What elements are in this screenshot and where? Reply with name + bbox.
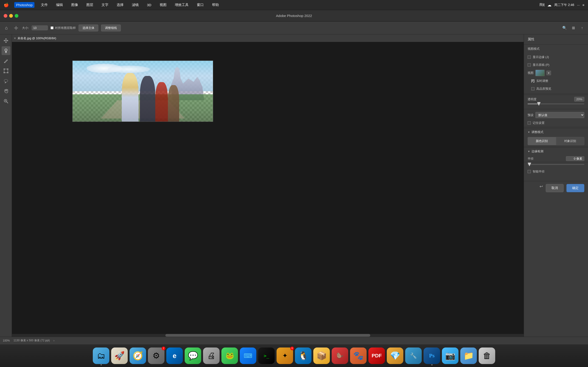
adjust-mode-title: 调整模式: [531, 130, 544, 134]
menu-help[interactable]: 帮助: [210, 2, 221, 8]
object-recog-button[interactable]: 对象识别: [556, 137, 585, 145]
canvas-content[interactable]: [12, 42, 524, 344]
close-button[interactable]: [4, 14, 7, 18]
scrollbar-horizontal[interactable]: [12, 334, 524, 337]
dock-sketch[interactable]: 💎: [387, 348, 403, 364]
info-arrow[interactable]: ›: [53, 339, 54, 342]
dock-paw[interactable]: 🐾: [350, 348, 367, 364]
menu-photoshop[interactable]: Photoshop: [14, 2, 35, 8]
cancel-button[interactable]: 取消: [546, 184, 564, 192]
home-icon[interactable]: ⌂: [3, 24, 10, 32]
dock-terminal[interactable]: >_: [258, 348, 275, 364]
hand-tool-sidebar[interactable]: [2, 87, 10, 95]
remember-checkbox[interactable]: [527, 121, 531, 125]
opacity-slider[interactable]: [527, 102, 584, 106]
dock-edge[interactable]: e: [166, 348, 183, 364]
menu-select[interactable]: 选择: [115, 2, 125, 8]
realtime-checkbox[interactable]: ✓: [531, 79, 535, 83]
dock-system-prefs[interactable]: ⚙ 2: [148, 348, 164, 364]
view-label: 视图: [527, 71, 534, 75]
dots-icon[interactable]: ···: [577, 3, 580, 7]
svg-point-1: [16, 28, 16, 28]
title-bar: Adobe Photoshop 2022: [0, 10, 588, 22]
dock-dbeaver[interactable]: 🦫: [332, 348, 348, 364]
radius-row: 半径: [524, 155, 588, 162]
radius-slider-section: [524, 162, 588, 169]
dock-wechat[interactable]: 🐸: [221, 348, 238, 364]
brush-tool-sidebar[interactable]: [2, 46, 10, 55]
view-thumbnail[interactable]: [536, 70, 545, 76]
dock-vscode[interactable]: ⌨: [240, 348, 256, 364]
show-edge-row: 显示边缘 (J): [524, 53, 588, 61]
opacity-value[interactable]: 20%: [574, 97, 584, 102]
remember-label: 记住设置: [533, 121, 545, 125]
menu-filter[interactable]: 滤镜: [130, 2, 141, 8]
edge-detection-section[interactable]: ▼ 边缘检测: [524, 147, 588, 155]
undo-icon[interactable]: ↩: [540, 184, 543, 192]
realtime-row: ✓ 实时调整: [524, 77, 588, 85]
smart-radius-checkbox[interactable]: [527, 170, 531, 173]
dock-photos[interactable]: 📷: [442, 348, 458, 364]
dock-printer[interactable]: 🖨: [203, 348, 220, 364]
move-tool[interactable]: [2, 36, 10, 45]
dock-toolbox[interactable]: 🔧: [405, 348, 422, 364]
menu-layer[interactable]: 图层: [85, 2, 95, 8]
dock-qq[interactable]: 🐧: [295, 348, 311, 364]
dock-photoshop[interactable]: Ps: [424, 348, 440, 364]
select-subject-button[interactable]: 选择主体: [78, 25, 98, 31]
all-layers-label: 对所有图层取样: [55, 26, 76, 30]
dock-finder[interactable]: 🗂: [93, 348, 109, 364]
lasso-tool-sidebar[interactable]: [2, 77, 10, 85]
color-recog-button[interactable]: 颜色识别: [527, 137, 556, 145]
photos-icon: 📷: [445, 352, 456, 360]
refine-edge-button[interactable]: 调整细线: [101, 25, 121, 31]
layout-icon[interactable]: ⊞: [570, 25, 577, 31]
adjust-mode-section[interactable]: ▼ 调整模式: [524, 128, 588, 136]
zoom-tool-sidebar[interactable]: [2, 97, 10, 106]
dock-safari[interactable]: 🧭: [130, 348, 146, 364]
dock-box[interactable]: 📦: [313, 348, 330, 364]
view-mode-title: 视图模式: [527, 47, 584, 51]
menu-plugins[interactable]: 增效工具: [173, 2, 190, 8]
apple-icon[interactable]: 🍎: [4, 2, 9, 8]
divider-4: [524, 146, 588, 146]
minimize-button[interactable]: [9, 14, 13, 18]
show-original-checkbox[interactable]: [527, 63, 531, 67]
transform-tool-sidebar[interactable]: [2, 67, 10, 75]
dock-messages[interactable]: 💬: [185, 348, 201, 364]
radius-input[interactable]: [566, 156, 584, 161]
sketch-icon: 💎: [390, 352, 400, 360]
pencil-tool-sidebar[interactable]: [2, 56, 10, 65]
menu-view[interactable]: 视图: [158, 2, 168, 8]
dock-golden[interactable]: ✦ 6: [277, 348, 293, 364]
view-dropdown-button[interactable]: ▼: [546, 71, 551, 75]
list-icon[interactable]: ≡: [582, 3, 584, 7]
canvas-image[interactable]: [72, 60, 213, 122]
scrollbar-thumb-horizontal[interactable]: [165, 334, 370, 337]
menu-file[interactable]: 文件: [39, 2, 50, 8]
menu-3d[interactable]: 3D: [145, 2, 153, 8]
menu-edit[interactable]: 编辑: [54, 2, 65, 8]
ok-button[interactable]: 确定: [566, 184, 584, 192]
trash-icon: 🗑: [483, 352, 491, 360]
radius-slider-thumb[interactable]: [527, 163, 531, 166]
share-icon[interactable]: ↑: [579, 25, 585, 31]
maximize-button[interactable]: [15, 14, 18, 18]
menu-image[interactable]: 图像: [69, 2, 80, 8]
menu-text[interactable]: 文字: [100, 2, 110, 8]
dock-pdf[interactable]: PDF: [368, 348, 385, 364]
all-layers-checkbox[interactable]: [51, 26, 53, 29]
radius-slider[interactable]: [527, 162, 584, 167]
search-icon[interactable]: 🔍: [561, 25, 568, 31]
high-quality-checkbox[interactable]: [531, 87, 535, 90]
tab-close-icon[interactable]: ✕: [14, 37, 16, 40]
preset-select[interactable]: 默认值 自定义: [536, 112, 584, 118]
show-edge-checkbox[interactable]: [527, 56, 531, 59]
menu-window[interactable]: 窗口: [195, 2, 206, 8]
dock-launchpad[interactable]: 🚀: [111, 348, 128, 364]
size-input[interactable]: [32, 25, 48, 30]
dock-folder[interactable]: 📁: [460, 348, 477, 364]
dock-trash[interactable]: 🗑: [479, 348, 495, 364]
system-prefs-icon: ⚙: [153, 352, 160, 360]
show-original-label: 显示原稿 (P): [533, 63, 549, 67]
